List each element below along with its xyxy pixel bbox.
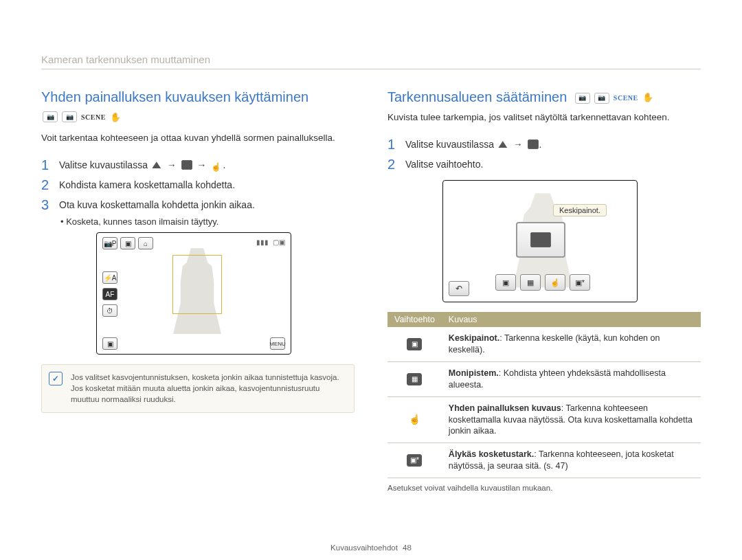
scene-mode-label: SCENE (614, 93, 638, 102)
table-row: ▦ Monipistem.: Kohdista yhteen yhdeksäst… (387, 361, 701, 396)
scene-mode-label: SCENE (81, 113, 106, 121)
step-number: 2 (387, 157, 398, 172)
option-highlight (516, 222, 565, 258)
multi-option-button[interactable]: ▦ (520, 274, 541, 291)
touch-shutter-icon: ☝ (407, 414, 422, 426)
focus-frame (172, 255, 222, 314)
hand-icon: ✋ (642, 92, 653, 104)
mode-p-icon: 📷P (102, 237, 117, 249)
table-row: ▣ Keskipainot.: Tarkenna keskelle (käytä… (387, 327, 701, 361)
center-focus-icon (530, 232, 551, 247)
house-icon: ⌂ (138, 237, 153, 249)
lcd-left-column: ⚡A AF ⏱ (102, 271, 117, 317)
step-row: 1 Valitse kuvaustilassa → → ☝. (41, 155, 355, 175)
focus-area-icon (181, 160, 192, 170)
step-number: 3 (41, 198, 52, 212)
back-button[interactable]: ↶ (449, 281, 469, 296)
focus-area-icon (528, 139, 539, 149)
smart-option-button[interactable]: ▣* (570, 274, 590, 291)
right-intro: Kuvista tulee tarkempia, jos valitset nä… (387, 111, 701, 124)
arrow-icon: → (166, 159, 178, 170)
camera-icon: 📷 (43, 111, 58, 122)
lcd-bottom-left: ▣ (102, 337, 117, 350)
step-1-text: Valitse kuvaustilassa (59, 159, 148, 170)
lcd-bottom-right: MENU (270, 337, 285, 350)
hand-icon: ✋ (110, 112, 121, 122)
title-underline (41, 69, 701, 69)
table-row: ☝ Yhden painalluksen kuvaus: Tarkenna ko… (387, 396, 701, 443)
right-column: Tarkennusalueen säätäminen 📷 📷 SCENE ✋ K… (387, 88, 701, 492)
step-sub-bullet: • Kosketa, kunnes tason ilmaisin täyttyy… (41, 216, 355, 227)
focus-option-row: ▣ ▦ ☝ ▣* (495, 274, 590, 291)
left-mode-icons: 📷 📷 SCENE ✋ (43, 111, 355, 122)
step-row: 3 Ota kuva koskettamalla kohdetta jonkin… (41, 195, 355, 215)
step-number: 2 (41, 178, 52, 192)
left-heading: Yhden painalluksen kuvauksen käyttäminen (41, 88, 355, 106)
note-text: Jos valitset kasvojentunnistuksen, koske… (71, 373, 339, 403)
center-option-button[interactable]: ▣ (495, 274, 516, 291)
footer-page-number: 48 (403, 544, 412, 552)
step-text: Ota kuva koskettamalla kohdetta jonkin a… (59, 198, 355, 212)
note-box: ✓ Jos valitset kasvojentunnistuksen, kos… (41, 364, 355, 412)
sub-bullet-text: Kosketa, kunnes tason ilmaisin täyttyy. (66, 216, 218, 227)
term: Älykäs kosketustark. (449, 449, 534, 459)
multi-focus-icon: ▦ (407, 373, 422, 385)
up-triangle-icon (151, 160, 162, 170)
term: Yhden painalluksen kuvaus (449, 403, 561, 413)
center-focus-icon: ▣ (407, 338, 422, 350)
right-heading-text: Tarkennusalueen säätäminen (387, 89, 567, 104)
footer-section: Kuvausvaihtoehdot (330, 544, 398, 552)
battery-icon: ▢▣ (273, 238, 285, 246)
menu-button[interactable]: MENU (270, 337, 285, 350)
options-table: Vaihtoehto Kuvaus ▣ Keskipainot.: Tarken… (387, 312, 701, 478)
step-text: Valitse kuvaustilassa → → ☝. (59, 158, 355, 172)
right-heading: Tarkennusalueen säätäminen 📷 📷 SCENE ✋ (387, 88, 701, 106)
table-row: ▣* Älykäs kosketustark.: Tarkenna kohtee… (387, 443, 701, 478)
table-footnote: Asetukset voivat vaihdella kuvaustilan m… (387, 484, 701, 492)
camera-p-icon: 📷 (62, 111, 77, 122)
term: Keskipainot. (449, 333, 499, 343)
step-row: 2 Valitse vaihtoehto. (387, 155, 701, 175)
left-intro: Voit tarkentaa kohteeseen ja ottaa kuvan… (41, 132, 355, 144)
af-icon: AF (102, 288, 117, 300)
note-icon: ✓ (49, 372, 63, 385)
arrow-icon: → (512, 139, 524, 150)
step-number: 1 (387, 137, 398, 152)
page-title: Kameran tarkennuksen muuttaminen (41, 54, 210, 65)
right-steps: 1 Valitse kuvaustilassa → . 2 Valitse va… (387, 135, 701, 175)
page-footer: Kuvausvaihtoehdot 48 (0, 544, 742, 552)
left-column: Yhden painalluksen kuvauksen käyttäminen… (41, 88, 355, 492)
option-tooltip: Keskipainot. (553, 204, 607, 216)
smart-touch-icon: ▣* (407, 454, 422, 467)
counter-icon: ▮▮▮ (256, 238, 269, 246)
lcd-top-right: ▮▮▮ ▢▣ (256, 238, 285, 246)
focus-mode-icon: ▣ (120, 237, 135, 249)
camera-icon: 📷 (575, 93, 590, 104)
content-columns: Yhden painalluksen kuvauksen käyttäminen… (41, 88, 701, 492)
table-head-desc: Kuvaus (442, 312, 701, 327)
up-triangle-icon (497, 139, 508, 149)
touch-option-button[interactable]: ☝ (545, 274, 565, 291)
camera-lcd-mock-right: Keskipainot. ▣ ▦ ☝ ▣* ↶ (442, 180, 638, 302)
arrow-icon: → (195, 159, 207, 170)
step-row: 1 Valitse kuvaustilassa → . (387, 135, 701, 155)
touch-shutter-icon: ☝ (211, 161, 222, 170)
left-steps: 1 Valitse kuvaustilassa → → ☝. 2 Kohdist… (41, 155, 355, 215)
flash-auto-icon: ⚡A (102, 271, 117, 284)
step-text: Valitse kuvaustilassa → . (405, 137, 701, 152)
camera-p-icon: 📷 (594, 93, 609, 104)
step-number: 1 (41, 158, 52, 172)
timer-off-icon: ⏱ (102, 304, 117, 317)
step-text: Kohdista kamera koskettamalla kohdetta. (59, 178, 355, 192)
step-row: 2 Kohdista kamera koskettamalla kohdetta… (41, 175, 355, 195)
table-head-option: Vaihtoehto (387, 312, 442, 327)
right-mode-icons: 📷 📷 SCENE ✋ (575, 92, 653, 104)
step-text: Valitse vaihtoehto. (405, 157, 701, 172)
camera-lcd-mock: 📷P ▣ ⌂ ▮▮▮ ▢▣ ⚡A AF ⏱ ▣ MENU (96, 232, 291, 355)
term: Monipistem. (449, 368, 499, 378)
step-1-text: Valitse kuvaustilassa (405, 139, 494, 150)
playback-icon: ▣ (102, 337, 117, 350)
